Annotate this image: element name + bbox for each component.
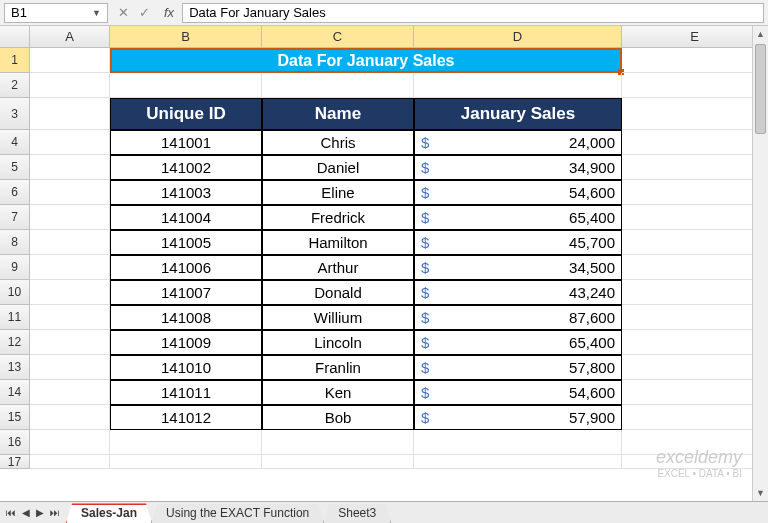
- sheet-tab-sheet3[interactable]: Sheet3: [323, 504, 391, 524]
- cell[interactable]: [30, 130, 110, 155]
- cell-name[interactable]: Daniel: [262, 155, 414, 180]
- cell[interactable]: [622, 98, 768, 130]
- cell[interactable]: [414, 430, 622, 455]
- cell-sales[interactable]: $34,900: [414, 155, 622, 180]
- cell[interactable]: [622, 405, 768, 430]
- cell[interactable]: [30, 230, 110, 255]
- chevron-down-icon[interactable]: ▼: [92, 8, 101, 18]
- cell[interactable]: [110, 455, 262, 469]
- cell-id[interactable]: 141003: [110, 180, 262, 205]
- cell[interactable]: [30, 330, 110, 355]
- cell[interactable]: [30, 73, 110, 98]
- cell-id[interactable]: 141009: [110, 330, 262, 355]
- vertical-scrollbar[interactable]: ▲ ▼: [752, 26, 768, 501]
- row-header[interactable]: 10: [0, 280, 30, 305]
- cell-sales[interactable]: $57,900: [414, 405, 622, 430]
- name-box[interactable]: B1 ▼: [4, 3, 108, 23]
- cancel-icon[interactable]: ✕: [118, 5, 129, 20]
- cell-sales[interactable]: $34,500: [414, 255, 622, 280]
- col-header-e[interactable]: E: [622, 26, 768, 47]
- cell-id[interactable]: 141005: [110, 230, 262, 255]
- scroll-thumb[interactable]: [755, 44, 766, 134]
- cell-id[interactable]: 141002: [110, 155, 262, 180]
- cell-id[interactable]: 141010: [110, 355, 262, 380]
- cell[interactable]: [30, 255, 110, 280]
- cell-name[interactable]: Willium: [262, 305, 414, 330]
- cell[interactable]: [262, 455, 414, 469]
- formula-input[interactable]: Data For January Sales: [182, 3, 764, 23]
- cell-name[interactable]: Franlin: [262, 355, 414, 380]
- row-header[interactable]: 6: [0, 180, 30, 205]
- cell[interactable]: [262, 73, 414, 98]
- cell[interactable]: [622, 455, 768, 469]
- cell[interactable]: [622, 73, 768, 98]
- row-header[interactable]: 15: [0, 405, 30, 430]
- tab-nav-last-icon[interactable]: ⏭: [48, 505, 62, 520]
- cell[interactable]: [622, 130, 768, 155]
- cell[interactable]: [622, 255, 768, 280]
- cell[interactable]: [30, 305, 110, 330]
- scroll-down-icon[interactable]: ▼: [753, 485, 768, 501]
- cell-id[interactable]: 141001: [110, 130, 262, 155]
- cell[interactable]: [30, 155, 110, 180]
- row-header[interactable]: 16: [0, 430, 30, 455]
- cell[interactable]: [30, 280, 110, 305]
- cell-name[interactable]: Ken: [262, 380, 414, 405]
- cell[interactable]: [622, 280, 768, 305]
- cell-sales[interactable]: $54,600: [414, 380, 622, 405]
- cell-id[interactable]: 141007: [110, 280, 262, 305]
- cell-name[interactable]: Hamilton: [262, 230, 414, 255]
- cell-id[interactable]: 141011: [110, 380, 262, 405]
- row-header[interactable]: 2: [0, 73, 30, 98]
- cell[interactable]: [30, 430, 110, 455]
- row-header[interactable]: 7: [0, 205, 30, 230]
- cell[interactable]: [262, 430, 414, 455]
- tab-nav-first-icon[interactable]: ⏮: [4, 505, 18, 520]
- tab-nav-prev-icon[interactable]: ◀: [20, 505, 32, 520]
- cell[interactable]: [30, 48, 110, 73]
- header-name[interactable]: Name: [262, 98, 414, 130]
- col-header-c[interactable]: C: [262, 26, 414, 47]
- cell[interactable]: [622, 48, 768, 73]
- cell[interactable]: [110, 430, 262, 455]
- fx-icon[interactable]: fx: [160, 5, 178, 20]
- cell[interactable]: [622, 180, 768, 205]
- row-header[interactable]: 17: [0, 455, 30, 469]
- tab-nav-next-icon[interactable]: ▶: [34, 505, 46, 520]
- cell-id[interactable]: 141008: [110, 305, 262, 330]
- cell-name[interactable]: Arthur: [262, 255, 414, 280]
- cell-id[interactable]: 141006: [110, 255, 262, 280]
- cell-sales[interactable]: $65,400: [414, 205, 622, 230]
- row-header[interactable]: 8: [0, 230, 30, 255]
- row-header[interactable]: 11: [0, 305, 30, 330]
- cell[interactable]: [622, 305, 768, 330]
- cell[interactable]: [414, 73, 622, 98]
- cell-sales[interactable]: $24,000: [414, 130, 622, 155]
- cell[interactable]: [622, 205, 768, 230]
- cell-name[interactable]: Donald: [262, 280, 414, 305]
- cell[interactable]: [30, 180, 110, 205]
- confirm-icon[interactable]: ✓: [139, 5, 150, 20]
- cell[interactable]: [110, 73, 262, 98]
- cell-name[interactable]: Chris: [262, 130, 414, 155]
- cell-sales[interactable]: $54,600: [414, 180, 622, 205]
- cell-id[interactable]: 141004: [110, 205, 262, 230]
- row-header[interactable]: 1: [0, 48, 30, 73]
- cell-name[interactable]: Bob: [262, 405, 414, 430]
- cell[interactable]: [622, 380, 768, 405]
- row-header[interactable]: 9: [0, 255, 30, 280]
- cell[interactable]: [622, 155, 768, 180]
- sheet-tab-sales-jan[interactable]: Sales-Jan: [66, 504, 152, 524]
- header-sales[interactable]: January Sales: [414, 98, 622, 130]
- select-all-corner[interactable]: [0, 26, 30, 47]
- cell[interactable]: [30, 455, 110, 469]
- col-header-b[interactable]: B: [110, 26, 262, 47]
- cell-sales[interactable]: $45,700: [414, 230, 622, 255]
- sheet-tab-exact-function[interactable]: Using the EXACT Function: [151, 504, 324, 524]
- scroll-up-icon[interactable]: ▲: [753, 26, 768, 42]
- col-header-d[interactable]: D: [414, 26, 622, 47]
- cell[interactable]: [30, 405, 110, 430]
- row-header[interactable]: 13: [0, 355, 30, 380]
- cell-name[interactable]: Fredrick: [262, 205, 414, 230]
- title-cell[interactable]: Data For January Sales: [110, 48, 622, 73]
